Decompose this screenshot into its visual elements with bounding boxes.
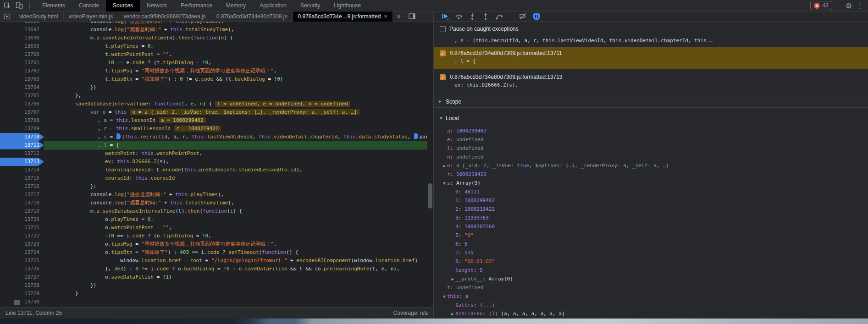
code-line-content[interactable]: var o = thiso = a {_uid: 2, _isVue: true… [44, 108, 427, 116]
code-line-content[interactable]: m.a.saveDatabaseIntervalTime(l).then(fun… [44, 207, 427, 215]
code-line-content[interactable]: console.log("观看总时间:" + this.totalStudyTi… [44, 26, 427, 34]
code-line-content[interactable]: courseId: this.courseId [44, 174, 427, 182]
code-line-content[interactable]: -10 == e.code ? (t.tipsDialog = !0, [44, 59, 427, 67]
pause-on-exceptions-button[interactable] [533, 13, 540, 20]
code-line-content[interactable]: m.a.saveCacheIntervalTime(n).then(functi… [44, 34, 427, 42]
line-number-gutter[interactable]: 13719 [0, 207, 44, 215]
code-line-content[interactable]: console.log("提交进度时间:" + this.playTimes), [44, 22, 427, 26]
code-line[interactable]: 13699t.playTimes = 0, [0, 42, 433, 50]
chevron-down-icon[interactable]: ▼ [442, 292, 447, 301]
code-line[interactable]: 13703t.tipsBtn = "我知道了") : 0 != e.code &… [0, 75, 433, 83]
code-line[interactable]: 13697console.log("观看总时间:" + this.totalSt… [0, 26, 433, 34]
code-line[interactable]: 13702t.tipsMsg = "同时播放多个视频，其他页面的学习进度将停止记… [0, 67, 433, 75]
code-line-content[interactable]: , a = this.lessonIda = 1000299402 [44, 116, 427, 125]
line-number-gutter[interactable]: 13708 [0, 116, 44, 125]
code-line[interactable]: 13722-10 == i.code ? (o.tipsDialog = !0, [0, 232, 433, 240]
code-line[interactable]: 13700t.watchPointPost = "", [0, 50, 433, 59]
code-line-content[interactable]: window.location.href = root + "/login/go… [44, 257, 427, 265]
code-line-content[interactable]: t.tipsBtn = "我知道了") : 0 != e.code && (t.… [44, 75, 427, 83]
line-number-gutter[interactable]: 13705 [0, 92, 44, 100]
code-line[interactable]: 13696console.log("提交进度时间:" + this.playTi… [0, 22, 433, 26]
line-number-gutter[interactable]: 13722 [0, 232, 44, 240]
panel-tab-sources[interactable]: Sources [106, 0, 140, 11]
code-line-content[interactable]: } [44, 290, 427, 298]
scope-variable-row[interactable]: ▶o: a {_uid: 2, _isVue: true, $options: … [434, 161, 868, 170]
scope-variable-row[interactable]: e: undefined [434, 135, 868, 144]
line-number-gutter[interactable]: 13727 [0, 273, 44, 281]
line-number-gutter[interactable]: 13701 [0, 59, 44, 67]
code-line[interactable]: 13716}; [0, 182, 433, 191]
panel-tab-network[interactable]: Network [140, 0, 174, 11]
code-line[interactable]: 13721o.watchPointPost = "", [0, 224, 433, 232]
code-line[interactable]: 13710, s = [this.recruitId, a, r, this.l… [0, 133, 433, 141]
code-line[interactable]: 13730 [0, 298, 433, 306]
code-line[interactable]: 13724o.tipsBtn = "我知道了") : 403 == i.code… [0, 248, 433, 257]
line-number-gutter[interactable]: 13696 [0, 22, 44, 26]
line-number-gutter[interactable]: 13709 [0, 125, 44, 133]
panel-tab-application[interactable]: Application [253, 0, 293, 11]
code-line[interactable]: 13727o.saveDataFilish = !1) [0, 273, 433, 281]
chevron-down-icon[interactable]: ▼ [442, 179, 447, 188]
code-line-content[interactable]: t.playTimes = 0, [44, 42, 427, 50]
breakpoint-checkbox[interactable]: ✓ [440, 50, 446, 56]
deactivate-breakpoints-button[interactable] [519, 13, 527, 20]
file-tab-active[interactable]: 0.876a5cd3d734e…9.js:formatted× [293, 11, 393, 22]
code-line-content[interactable]: , l = { [44, 141, 427, 149]
line-number-gutter[interactable]: 13702 [0, 67, 44, 75]
breakpoint-checkbox[interactable]: ✓ [440, 74, 446, 80]
more-tabs-icon[interactable]: » [397, 13, 401, 20]
scope-variable-row[interactable]: n: undefined [434, 153, 868, 161]
breakpoint-snippet[interactable]: , s = [this.recruitId, a, r, this.lastVi… [434, 36, 868, 46]
file-tab[interactable]: 0.876a5cd3d734e80d7309.js [211, 11, 293, 22]
scope-variable-row[interactable]: 1: 1000299402 [434, 196, 868, 205]
line-number-gutter[interactable]: 13704 [0, 83, 44, 92]
line-number-gutter[interactable]: 13725 [0, 257, 44, 265]
code-line[interactable]: 13706saveDatabaseIntervalTime: function(… [0, 100, 433, 108]
pause-on-caught-exceptions-row[interactable]: Pause on caught exceptions [434, 23, 868, 34]
panel-tab-console[interactable]: Console [72, 0, 106, 11]
line-number-gutter[interactable]: 13697 [0, 26, 44, 34]
toggle-sidebar-icon[interactable] [409, 13, 415, 19]
line-number-gutter[interactable]: 13703 [0, 75, 44, 83]
device-toolbar-icon[interactable] [16, 2, 23, 9]
code-line[interactable]: 13729} [0, 290, 433, 298]
line-number-gutter[interactable]: 13726 [0, 265, 44, 273]
scope-local-node[interactable]: ▼ Local [434, 114, 868, 123]
line-number-gutter[interactable]: 13713 [0, 158, 44, 166]
line-number-gutter[interactable]: 13699 [0, 42, 44, 50]
scope-variable-row[interactable]: 7: 515 [434, 248, 868, 257]
inspect-icon[interactable] [4, 2, 11, 9]
resume-button[interactable] [441, 12, 449, 20]
line-number-gutter[interactable]: 13724 [0, 248, 44, 257]
code-line[interactable]: 13698m.a.saveCacheIntervalTime(n).then(f… [0, 34, 433, 42]
panel-tab-elements[interactable]: Elements [35, 0, 72, 11]
code-line[interactable]: 13711, l = { [0, 141, 433, 149]
scope-section-header[interactable]: ▼ Scope [434, 96, 868, 108]
line-number-gutter[interactable]: 13721 [0, 224, 44, 232]
panel-tab-security[interactable]: Security [293, 0, 327, 11]
line-number-gutter[interactable]: 13720 [0, 215, 44, 224]
code-line[interactable]: 13723o.tipsMsg = "同时播放多个视频，其他页面的学习进度将停止记… [0, 240, 433, 248]
line-number-gutter[interactable]: 13717 [0, 191, 44, 199]
step-over-button[interactable] [455, 13, 463, 20]
code-line-content[interactable]: saveDatabaseIntervalTime: function(t, e,… [44, 100, 427, 108]
line-number-gutter[interactable]: 13710 [0, 133, 44, 141]
line-number-gutter[interactable]: 13723 [0, 240, 44, 248]
code-line-content[interactable]: o.watchPointPost = "", [44, 224, 427, 232]
code-line-content[interactable]: o.saveDataFilish = !1) [44, 273, 427, 281]
code-line-content[interactable]: }; [44, 182, 427, 191]
file-tab[interactable]: videoStudy.html [14, 11, 64, 22]
panel-tab-memory[interactable]: Memory [219, 0, 253, 11]
scope-variable-row[interactable]: 6: 5 [434, 240, 868, 248]
line-number-gutter[interactable]: 13728 [0, 281, 44, 290]
error-badge[interactable]: × 43 [810, 1, 832, 10]
panel-tab-lighthouse[interactable]: Lighthouse [327, 0, 368, 11]
line-number-gutter[interactable]: 13700 [0, 50, 44, 59]
scope-variable-row[interactable]: 4: 1000107260 [434, 222, 868, 231]
code-line[interactable]: 13712watchPoint: this.watchPointPost, [0, 149, 433, 158]
step-into-button[interactable] [469, 12, 476, 20]
scope-variable-row[interactable]: 5: "0" [434, 231, 868, 240]
scope-variable-row[interactable]: ▼this: a [434, 292, 868, 301]
code-line-content[interactable]: }) [44, 83, 427, 92]
line-number-gutter[interactable]: 13711 [0, 141, 44, 149]
